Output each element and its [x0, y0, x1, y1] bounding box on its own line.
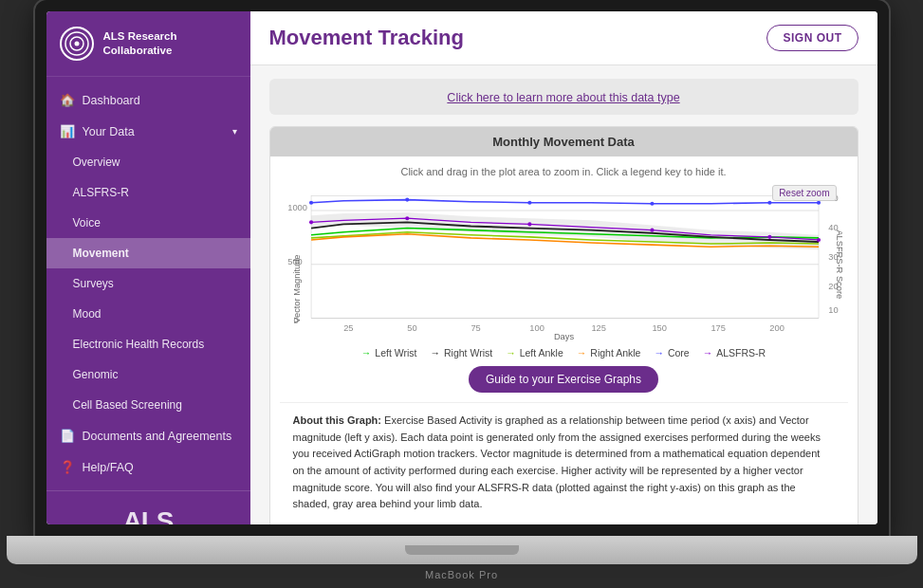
legend-left-wrist: → Left Wrist	[361, 347, 417, 358]
sidebar-item-ehr[interactable]: Electronic Health Records	[46, 329, 250, 359]
sidebar-item-genomic[interactable]: Genomic	[46, 359, 250, 390]
sidebar-item-help[interactable]: ❓ Help/FAQ	[46, 451, 250, 483]
top-bar: Movement Tracking SIGN OUT	[250, 11, 877, 65]
sidebar-item-label: Dashboard	[83, 94, 140, 107]
legend-left-ankle: → Left Ankle	[506, 347, 563, 358]
svg-point-36	[650, 202, 654, 206]
chart-legend: → Left Wrist → Right Wrist →	[280, 341, 848, 366]
sidebar-item-label: ALSFRS-R	[73, 186, 129, 199]
sidebar-item-label: Cell Based Screening	[73, 398, 182, 412]
svg-text:1000: 1000	[287, 203, 307, 212]
movement-chart: 1000 500 0 50 40 30 20 10	[280, 181, 848, 338]
sidebar-item-overview[interactable]: Overview	[46, 147, 250, 177]
legend-alsfrs: → ALSFRS-R	[703, 347, 766, 358]
sidebar-item-label: Voice	[73, 216, 101, 230]
legend-label: Right Wrist	[444, 347, 492, 358]
about-section: About this Graph: Exercise Based Activit…	[280, 402, 848, 523]
sidebar-item-label: Overview	[73, 156, 120, 169]
legend-arrow-alsfrs: →	[703, 347, 713, 358]
svg-point-2	[74, 42, 79, 46]
sidebar-item-label: Help/FAQ	[83, 461, 134, 474]
legend-label: Core	[668, 347, 690, 358]
chart-inner: Reset zoom 1000 500 0 50 40	[280, 181, 848, 393]
chart-title: Monthly Movement Data	[270, 127, 858, 156]
svg-text:150: 150	[652, 323, 667, 333]
sidebar-item-cell-screening[interactable]: Cell Based Screening	[46, 390, 250, 420]
info-link-bar: Click here to learn more about this data…	[269, 79, 858, 115]
about-label: About this Graph:	[293, 414, 382, 426]
sidebar-item-label: Electronic Health Records	[73, 338, 205, 351]
svg-point-38	[816, 201, 820, 205]
sidebar-item-movement[interactable]: Movement	[46, 238, 250, 268]
svg-point-35	[527, 201, 531, 205]
sidebar-item-voice[interactable]: Voice	[46, 208, 250, 238]
laptop-notch	[405, 545, 519, 555]
reset-zoom-button[interactable]: Reset zoom	[772, 185, 836, 201]
legend-arrow-right-wrist: →	[431, 347, 441, 358]
svg-text:200: 200	[769, 323, 785, 333]
svg-text:10: 10	[828, 305, 838, 315]
svg-text:Days: Days	[553, 332, 574, 341]
chart-subtitle: Click and drag in the plot area to zoom …	[280, 160, 848, 181]
svg-point-29	[527, 222, 531, 226]
svg-text:175: 175	[711, 323, 726, 333]
svg-text:Vector Magnitude: Vector Magnitude	[291, 254, 301, 322]
svg-point-27	[308, 220, 312, 224]
sidebar-item-label: Your Data	[83, 125, 135, 138]
chart-container: Click and drag in the plot area to zoom …	[270, 156, 858, 524]
legend-core: → Core	[654, 347, 689, 358]
svg-marker-25	[311, 212, 819, 249]
chart-icon: 📊	[60, 124, 75, 138]
sidebar-nav: 🏠 Dashboard 📊 Your Data ▾ Overview ALS	[46, 77, 250, 490]
logo-icon	[60, 27, 94, 61]
svg-point-30	[650, 229, 654, 232]
document-icon: 📄	[60, 429, 75, 443]
als-institute-logo: ALS THERAPY DEVELOPMENTINSTITUTE	[101, 506, 196, 524]
sidebar-item-alsfrs-r[interactable]: ALSFRS-R	[46, 177, 250, 208]
svg-text:50: 50	[407, 323, 416, 333]
dashboard-icon: 🏠	[60, 93, 75, 107]
als-logo-big: ALS	[101, 506, 196, 524]
svg-point-33	[308, 201, 312, 205]
legend-label: ALSFRS-R	[716, 347, 766, 358]
sidebar-item-your-data[interactable]: 📊 Your Data ▾	[46, 116, 250, 147]
svg-text:ALSFRS-R Score: ALSFRS-R Score	[834, 230, 843, 299]
chevron-down-icon: ▾	[232, 126, 237, 137]
main-content: Movement Tracking SIGN OUT Click here to…	[250, 11, 877, 524]
legend-arrow-core: →	[654, 347, 664, 358]
sidebar-footer: ALS THERAPY DEVELOPMENTINSTITUTE	[46, 490, 250, 524]
sidebar-item-label: Surveys	[73, 277, 114, 290]
logo-text: ALS Research Collaborative	[103, 29, 237, 58]
legend-label: Left Ankle	[520, 347, 563, 358]
sidebar-item-label: Genomic	[73, 368, 119, 381]
sidebar-item-label: Mood	[73, 307, 102, 321]
guide-button[interactable]: Guide to your Exercise Graphs	[469, 366, 658, 393]
svg-point-32	[816, 238, 820, 242]
legend-arrow-right-ankle: →	[577, 347, 587, 358]
svg-text:25: 25	[343, 323, 353, 333]
legend-right-wrist: → Right Wrist	[431, 347, 493, 358]
content-area: Click here to learn more about this data…	[250, 65, 877, 524]
sidebar-item-label: Documents and Agreements	[83, 430, 232, 443]
macbook-label: MacBook Pro	[425, 569, 498, 580]
svg-text:100: 100	[529, 323, 545, 333]
sign-out-button[interactable]: SIGN OUT	[766, 25, 858, 51]
sidebar-item-mood[interactable]: Mood	[46, 299, 250, 329]
chart-section: Monthly Movement Data Click and drag in …	[269, 126, 858, 524]
legend-right-ankle: → Right Ankle	[577, 347, 641, 358]
sidebar: ALS Research Collaborative 🏠 Dashboard 📊…	[46, 11, 250, 524]
laptop-base	[7, 536, 917, 564]
sidebar-item-dashboard[interactable]: 🏠 Dashboard	[46, 84, 250, 116]
info-link[interactable]: Click here to learn more about this data…	[447, 91, 679, 104]
page-title: Movement Tracking	[269, 26, 464, 50]
help-icon: ❓	[60, 460, 75, 474]
sidebar-item-label: Movement	[73, 247, 129, 260]
sidebar-item-surveys[interactable]: Surveys	[46, 268, 250, 299]
about-text: Exercise Based Activity is graphed as a …	[293, 414, 821, 509]
svg-point-34	[405, 198, 409, 202]
legend-arrow-left-wrist: →	[361, 347, 372, 358]
sidebar-item-documents[interactable]: 📄 Documents and Agreements	[46, 420, 250, 451]
svg-point-37	[767, 201, 771, 205]
svg-point-31	[767, 235, 771, 239]
svg-point-28	[405, 216, 409, 220]
